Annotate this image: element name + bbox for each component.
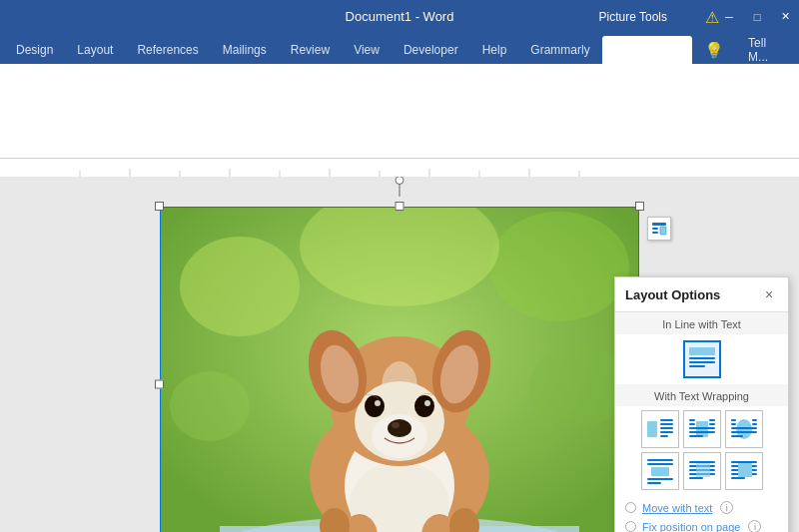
- wrap-options-grid: [615, 406, 788, 498]
- rotate-handle[interactable]: [396, 177, 404, 205]
- svg-rect-47: [689, 347, 715, 355]
- wrap-through-icon: [730, 416, 758, 442]
- layout-panel-title: Layout Options: [625, 287, 720, 302]
- tab-grammarly[interactable]: Grammarly: [518, 36, 601, 64]
- ribbon-tabs: Design Layout References Mailings Review…: [0, 33, 799, 64]
- rotate-circle[interactable]: [396, 177, 404, 185]
- svg-rect-55: [660, 431, 673, 433]
- handle-middle-left[interactable]: [155, 379, 164, 388]
- wrap-front-icon: [730, 458, 758, 484]
- tab-design[interactable]: Design: [4, 36, 65, 64]
- tab-ideas[interactable]: 💡: [692, 36, 736, 64]
- document-area: Layout Options × In Line with Text With …: [0, 177, 799, 532]
- svg-point-38: [414, 395, 434, 417]
- toolbar: [0, 64, 799, 159]
- move-with-text-radio[interactable]: [625, 502, 636, 513]
- wrap-section-label: With Text Wrapping: [615, 384, 788, 406]
- svg-rect-84: [731, 461, 757, 463]
- layout-panel-header: Layout Options ×: [615, 277, 788, 312]
- fix-position-option[interactable]: Fix position on page i: [615, 517, 788, 532]
- image-container[interactable]: [160, 207, 639, 532]
- wrap-option-through[interactable]: [725, 410, 763, 448]
- tab-layout[interactable]: Layout: [65, 36, 125, 64]
- wrap-behind-icon: [688, 458, 716, 484]
- svg-rect-54: [660, 427, 673, 429]
- svg-point-41: [392, 422, 400, 428]
- svg-rect-63: [689, 431, 715, 433]
- dog-image: [160, 207, 639, 532]
- handle-top-middle[interactable]: [396, 202, 404, 211]
- tab-tell-me[interactable]: Tell M...: [736, 36, 795, 64]
- layout-panel-close[interactable]: ×: [760, 285, 778, 303]
- maximize-button[interactable]: □: [743, 0, 771, 33]
- svg-rect-72: [731, 435, 743, 437]
- svg-rect-83: [696, 463, 710, 477]
- title-bar: Document1 - Word Picture Tools ⚠ ─ □ ✕: [0, 0, 799, 33]
- layout-toggle-button[interactable]: [647, 217, 671, 241]
- wrap-option-top-bottom[interactable]: [641, 452, 679, 490]
- move-with-text-option[interactable]: Move with text i: [615, 498, 788, 517]
- handle-top-left[interactable]: [155, 202, 164, 211]
- right-tabs: Picture Format 💡 Tell M...: [602, 36, 799, 64]
- svg-rect-76: [647, 478, 673, 480]
- handle-top-right[interactable]: [635, 202, 644, 211]
- picture-tools-label: Picture Tools: [587, 0, 679, 33]
- document-title: Document1 - Word: [346, 9, 454, 24]
- svg-rect-45: [652, 232, 658, 234]
- tab-review[interactable]: Review: [279, 36, 342, 64]
- svg-rect-59: [689, 423, 695, 425]
- minimize-button[interactable]: ─: [715, 0, 743, 33]
- svg-point-42: [382, 361, 417, 411]
- svg-rect-66: [731, 419, 736, 421]
- svg-rect-56: [660, 435, 668, 437]
- svg-rect-77: [647, 482, 661, 484]
- tab-view[interactable]: View: [342, 36, 392, 64]
- layout-toggle-icon: [651, 221, 667, 237]
- move-with-text-info[interactable]: i: [720, 501, 733, 514]
- svg-rect-50: [689, 365, 705, 367]
- wrap-tight-icon: [688, 416, 716, 442]
- svg-rect-53: [660, 423, 673, 425]
- svg-point-40: [388, 419, 411, 437]
- fix-position-label[interactable]: Fix position on page: [642, 521, 740, 533]
- wrap-option-behind[interactable]: [683, 452, 721, 490]
- svg-rect-82: [689, 477, 703, 479]
- svg-rect-78: [689, 461, 715, 463]
- svg-rect-64: [689, 435, 703, 437]
- svg-rect-62: [689, 427, 715, 429]
- wrap-option-tight[interactable]: [683, 410, 721, 448]
- tab-developer[interactable]: Developer: [392, 36, 470, 64]
- svg-point-17: [170, 371, 250, 441]
- inline-options-grid: [615, 334, 788, 384]
- svg-rect-0: [0, 159, 799, 177]
- svg-rect-71: [731, 431, 757, 433]
- svg-rect-75: [651, 467, 669, 476]
- svg-rect-46: [660, 227, 666, 235]
- tab-mailings[interactable]: Mailings: [211, 36, 279, 64]
- wrap-top-bottom-icon: [646, 458, 674, 484]
- wrap-option-square[interactable]: [641, 410, 679, 448]
- window-controls: ─ □ ✕: [715, 0, 799, 33]
- fix-position-info[interactable]: i: [748, 520, 761, 532]
- fix-position-radio[interactable]: [625, 521, 636, 532]
- tab-help[interactable]: Help: [470, 36, 519, 64]
- close-button[interactable]: ✕: [771, 0, 799, 33]
- svg-rect-61: [709, 423, 715, 425]
- svg-rect-70: [731, 427, 757, 429]
- svg-rect-58: [689, 419, 695, 421]
- svg-rect-68: [731, 423, 736, 425]
- svg-rect-51: [647, 421, 657, 437]
- inline-section-label: In Line with Text: [615, 312, 788, 334]
- move-with-text-label[interactable]: Move with text: [642, 502, 712, 514]
- svg-rect-48: [689, 357, 715, 359]
- svg-rect-67: [752, 419, 757, 421]
- svg-rect-73: [647, 459, 673, 461]
- svg-rect-89: [738, 463, 752, 477]
- inline-layout-option[interactable]: [683, 340, 721, 378]
- tab-picture-format[interactable]: Picture Format: [602, 36, 692, 64]
- svg-rect-43: [652, 223, 666, 226]
- ruler-svg: [0, 159, 799, 177]
- svg-point-13: [180, 237, 300, 336]
- wrap-option-front[interactable]: [725, 452, 763, 490]
- tab-references[interactable]: References: [125, 36, 210, 64]
